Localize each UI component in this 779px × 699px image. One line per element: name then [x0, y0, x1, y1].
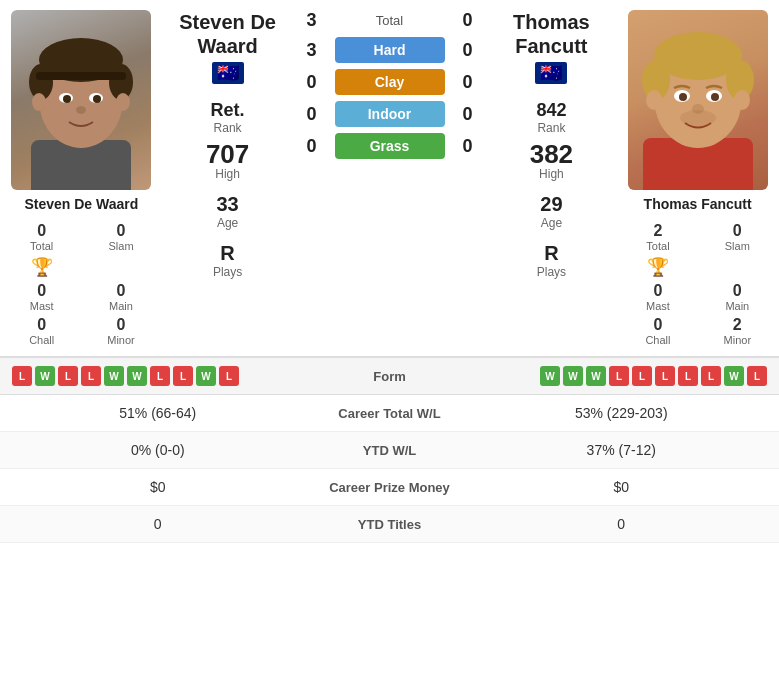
stats-row: $0 Career Prize Money $0 — [0, 469, 779, 506]
right-high-block: 382 High — [530, 141, 573, 181]
svg-point-25 — [646, 90, 662, 110]
stats-left-val: 51% (66-64) — [16, 405, 300, 421]
left-high-block: 707 High — [206, 141, 249, 181]
left-age-block: 33 Age — [216, 193, 238, 230]
left-plays-value: R — [220, 242, 234, 265]
svg-point-27 — [680, 110, 716, 126]
right-header-name: Thomas Fancutt — [491, 10, 613, 58]
form-label: Form — [340, 369, 440, 384]
form-badge-left: L — [12, 366, 32, 386]
hard-button[interactable]: Hard — [335, 37, 445, 63]
form-badge-right: L — [655, 366, 675, 386]
right-rank-value: 842 — [536, 100, 566, 121]
stats-row: 0% (0-0) YTD W/L 37% (7-12) — [0, 432, 779, 469]
stats-left-val: $0 — [16, 479, 300, 495]
stats-label: YTD W/L — [300, 443, 480, 458]
right-center-block: Thomas Fancutt 🇦🇺 842 Rank 382 High 29 A… — [487, 0, 617, 356]
left-player-name: Steven De Waard — [24, 196, 138, 212]
right-rank-label: Rank — [537, 121, 565, 135]
stats-right-val: 37% (7-12) — [480, 442, 764, 458]
svg-point-22 — [679, 93, 687, 101]
right-player-photo — [628, 10, 768, 190]
form-badge-left: L — [81, 366, 101, 386]
left-plays-label: Plays — [213, 265, 242, 279]
form-right: WWWLLLLLWL — [444, 366, 768, 386]
stats-left-val: 0 — [16, 516, 300, 532]
stats-label: YTD Titles — [300, 517, 480, 532]
svg-point-9 — [63, 95, 71, 103]
players-comparison: Steven De Waard 0Total0Slam🏆0Mast0Main0C… — [0, 0, 779, 357]
clay-score-left: 0 — [297, 72, 327, 93]
right-plays-value: R — [544, 242, 558, 265]
grass-score-left: 0 — [297, 136, 327, 157]
form-badge-right: W — [586, 366, 606, 386]
svg-point-12 — [32, 93, 46, 111]
right-age-value: 29 — [540, 193, 562, 216]
right-player-name: Thomas Fancutt — [644, 196, 752, 212]
right-age-block: 29 Age — [540, 193, 562, 230]
indoor-button[interactable]: Indoor — [335, 101, 445, 127]
indoor-score-left: 0 — [297, 104, 327, 125]
left-plays-block: R Plays — [213, 242, 242, 279]
total-score-row: 3 Total 0 — [297, 10, 483, 31]
right-flag: 🇦🇺 — [535, 62, 567, 84]
svg-point-26 — [734, 90, 750, 110]
form-badge-right: W — [563, 366, 583, 386]
left-rank-block: Ret. Rank — [211, 100, 245, 135]
left-player-block: Steven De Waard 0Total0Slam🏆0Mast0Main0C… — [0, 0, 163, 356]
left-high-value: 707 — [206, 141, 249, 167]
form-badge-right: W — [724, 366, 744, 386]
total-score-left: 3 — [297, 10, 327, 31]
left-high-label: High — [215, 167, 240, 181]
clay-score-right: 0 — [453, 72, 483, 93]
form-left: LWLLWWLLWL — [12, 366, 336, 386]
stats-label: Career Total W/L — [300, 406, 480, 421]
stats-label: Career Prize Money — [300, 480, 480, 495]
stats-right-val: $0 — [480, 479, 764, 495]
stats-table: 51% (66-64) Career Total W/L 53% (229-20… — [0, 395, 779, 543]
hard-score-left: 3 — [297, 40, 327, 61]
form-badge-left: W — [196, 366, 216, 386]
svg-point-10 — [93, 95, 101, 103]
svg-rect-6 — [36, 72, 126, 80]
stats-right-val: 53% (229-203) — [480, 405, 764, 421]
form-badge-left: L — [150, 366, 170, 386]
main-container: Steven De Waard 0Total0Slam🏆0Mast0Main0C… — [0, 0, 779, 543]
svg-point-11 — [76, 106, 86, 114]
grass-score-row: 0 Grass 0 — [297, 133, 483, 159]
right-high-label: High — [539, 167, 564, 181]
grass-score-right: 0 — [453, 136, 483, 157]
grass-button[interactable]: Grass — [335, 133, 445, 159]
hard-score-right: 0 — [453, 40, 483, 61]
left-rank-label: Rank — [214, 121, 242, 135]
form-badge-left: W — [127, 366, 147, 386]
form-badge-right: L — [701, 366, 721, 386]
hard-score-row: 3 Hard 0 — [297, 37, 483, 63]
form-badge-right: L — [678, 366, 698, 386]
form-badge-right: L — [747, 366, 767, 386]
left-age-value: 33 — [216, 193, 238, 216]
right-high-value: 382 — [530, 141, 573, 167]
form-badge-right: L — [609, 366, 629, 386]
left-center-block: Steven De Waard 🇦🇺 Ret. Rank 707 High 33… — [163, 0, 293, 356]
center-scores-block: 3 Total 0 3 Hard 0 0 Clay 0 0 Indoor 0 — [293, 0, 487, 356]
left-rank-value: Ret. — [211, 100, 245, 121]
left-flag: 🇦🇺 — [212, 62, 244, 84]
form-badge-left: L — [173, 366, 193, 386]
svg-point-13 — [116, 93, 130, 111]
stats-row: 0 YTD Titles 0 — [0, 506, 779, 543]
right-age-label: Age — [541, 216, 562, 230]
form-badge-left: L — [58, 366, 78, 386]
right-plays-label: Plays — [537, 265, 566, 279]
form-badge-left: W — [35, 366, 55, 386]
indoor-score-right: 0 — [453, 104, 483, 125]
form-badge-left: L — [219, 366, 239, 386]
left-player-photo — [11, 10, 151, 190]
left-age-label: Age — [217, 216, 238, 230]
stats-right-val: 0 — [480, 516, 764, 532]
clay-button[interactable]: Clay — [335, 69, 445, 95]
form-section: LWLLWWLLWL Form WWWLLLLLWL — [0, 357, 779, 395]
svg-point-23 — [711, 93, 719, 101]
indoor-score-row: 0 Indoor 0 — [297, 101, 483, 127]
right-player-block: Thomas Fancutt 2Total0Slam🏆0Mast0Main0Ch… — [616, 0, 779, 356]
